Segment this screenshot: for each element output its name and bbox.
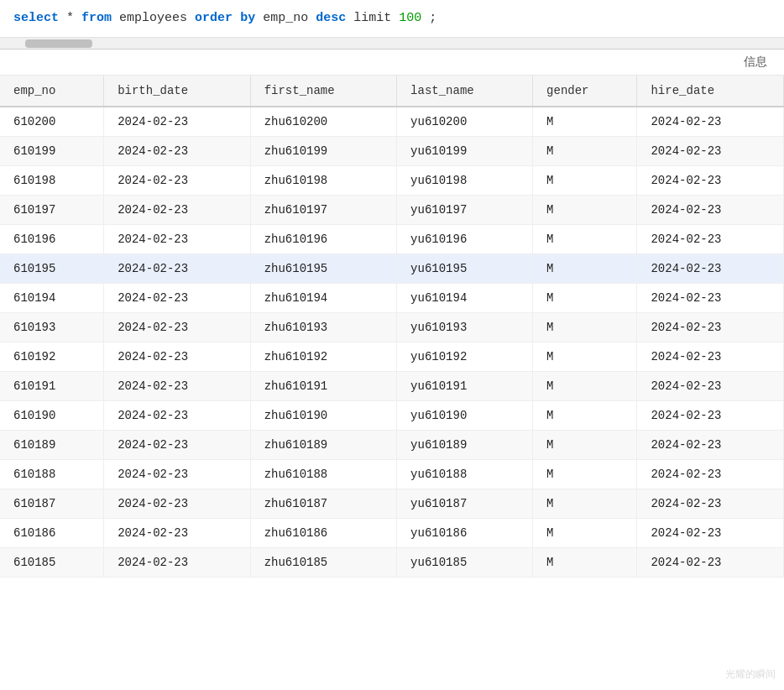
cell-hire_date: 2024-02-23 xyxy=(637,196,784,225)
table-row[interactable]: 6101942024-02-23zhu610194yu610194M2024-0… xyxy=(0,284,784,313)
cell-birth_date: 2024-02-23 xyxy=(104,166,250,196)
cell-hire_date: 2024-02-23 xyxy=(637,431,784,460)
table-row[interactable]: 6101872024-02-23zhu610187yu610187M2024-0… xyxy=(0,489,784,519)
cell-birth_date: 2024-02-23 xyxy=(104,460,250,489)
results-table-container[interactable]: emp_no birth_date first_name last_name g… xyxy=(0,76,784,578)
info-bar: 信息 xyxy=(0,50,784,76)
sql-by-keyword: by xyxy=(240,11,255,25)
cell-last_name: yu610196 xyxy=(397,225,533,254)
cell-hire_date: 2024-02-23 xyxy=(637,460,784,489)
cell-emp_no: 610189 xyxy=(0,431,104,460)
cell-first_name: zhu610187 xyxy=(250,489,396,519)
info-label: 信息 xyxy=(744,55,767,70)
cell-hire_date: 2024-02-23 xyxy=(637,137,784,166)
table-row[interactable]: 6101972024-02-23zhu610197yu610197M2024-0… xyxy=(0,196,784,225)
cell-last_name: yu610198 xyxy=(397,166,533,196)
cell-last_name: yu610197 xyxy=(397,196,533,225)
cell-emp_no: 610197 xyxy=(0,196,104,225)
table-row[interactable]: 6102002024-02-23zhu610200yu610200M2024-0… xyxy=(0,107,784,137)
table-row[interactable]: 6101932024-02-23zhu610193yu610193M2024-0… xyxy=(0,313,784,342)
table-row[interactable]: 6101962024-02-23zhu610196yu610196M2024-0… xyxy=(0,225,784,254)
sql-query-bar: select * from employees order by emp_no … xyxy=(0,0,784,38)
sql-semicolon: ; xyxy=(429,11,436,25)
table-row[interactable]: 6101912024-02-23zhu610191yu610191M2024-0… xyxy=(0,372,784,401)
cell-gender: M xyxy=(533,372,637,401)
table-row[interactable]: 6101982024-02-23zhu610198yu610198M2024-0… xyxy=(0,166,784,196)
cell-emp_no: 610200 xyxy=(0,107,104,137)
sql-limit-number: 100 xyxy=(399,11,421,25)
cell-gender: M xyxy=(533,107,637,137)
cell-gender: M xyxy=(533,489,637,519)
cell-first_name: zhu610188 xyxy=(250,460,396,489)
cell-birth_date: 2024-02-23 xyxy=(104,196,250,225)
cell-gender: M xyxy=(533,342,637,372)
cell-first_name: zhu610189 xyxy=(250,431,396,460)
cell-last_name: yu610199 xyxy=(397,137,533,166)
col-header-first-name[interactable]: first_name xyxy=(250,76,396,107)
cell-first_name: zhu610185 xyxy=(250,548,396,578)
cell-hire_date: 2024-02-23 xyxy=(637,401,784,431)
cell-first_name: zhu610194 xyxy=(250,284,396,313)
cell-emp_no: 610192 xyxy=(0,342,104,372)
table-row[interactable]: 6101952024-02-23zhu610195yu610195M2024-0… xyxy=(0,254,784,284)
cell-gender: M xyxy=(533,284,637,313)
cell-birth_date: 2024-02-23 xyxy=(104,313,250,342)
cell-first_name: zhu610199 xyxy=(250,137,396,166)
cell-first_name: zhu610186 xyxy=(250,519,396,548)
sql-column-name: emp_no xyxy=(263,11,316,25)
cell-last_name: yu610185 xyxy=(397,548,533,578)
cell-first_name: zhu610196 xyxy=(250,225,396,254)
cell-birth_date: 2024-02-23 xyxy=(104,225,250,254)
cell-gender: M xyxy=(533,196,637,225)
cell-emp_no: 610186 xyxy=(0,519,104,548)
cell-birth_date: 2024-02-23 xyxy=(104,401,250,431)
table-row[interactable]: 6101882024-02-23zhu610188yu610188M2024-0… xyxy=(0,460,784,489)
cell-last_name: yu610194 xyxy=(397,284,533,313)
cell-last_name: yu610188 xyxy=(397,460,533,489)
table-row[interactable]: 6101992024-02-23zhu610199yu610199M2024-0… xyxy=(0,137,784,166)
cell-emp_no: 610185 xyxy=(0,548,104,578)
cell-emp_no: 610195 xyxy=(0,254,104,284)
cell-last_name: yu610189 xyxy=(397,431,533,460)
table-row[interactable]: 6101862024-02-23zhu610186yu610186M2024-0… xyxy=(0,519,784,548)
table-row[interactable]: 6101902024-02-23zhu610190yu610190M2024-0… xyxy=(0,401,784,431)
sql-order-keyword: order xyxy=(195,11,233,25)
table-row[interactable]: 6101852024-02-23zhu610185yu610185M2024-0… xyxy=(0,548,784,578)
cell-last_name: yu610195 xyxy=(397,254,533,284)
col-header-hire-date[interactable]: hire_date xyxy=(637,76,784,107)
cell-birth_date: 2024-02-23 xyxy=(104,137,250,166)
cell-first_name: zhu610193 xyxy=(250,313,396,342)
cell-first_name: zhu610197 xyxy=(250,196,396,225)
results-table: emp_no birth_date first_name last_name g… xyxy=(0,76,784,578)
scrollbar-thumb[interactable] xyxy=(25,39,92,48)
col-header-birth-date[interactable]: birth_date xyxy=(104,76,250,107)
table-row[interactable]: 6101892024-02-23zhu610189yu610189M2024-0… xyxy=(0,431,784,460)
col-header-last-name[interactable]: last_name xyxy=(397,76,533,107)
cell-emp_no: 610188 xyxy=(0,460,104,489)
cell-hire_date: 2024-02-23 xyxy=(637,342,784,372)
cell-gender: M xyxy=(533,519,637,548)
cell-hire_date: 2024-02-23 xyxy=(637,372,784,401)
cell-hire_date: 2024-02-23 xyxy=(637,313,784,342)
horizontal-scrollbar[interactable] xyxy=(0,38,784,50)
col-header-emp-no[interactable]: emp_no xyxy=(0,76,104,107)
cell-gender: M xyxy=(533,225,637,254)
cell-gender: M xyxy=(533,401,637,431)
table-row[interactable]: 6101922024-02-23zhu610192yu610192M2024-0… xyxy=(0,342,784,372)
cell-emp_no: 610198 xyxy=(0,166,104,196)
cell-birth_date: 2024-02-23 xyxy=(104,519,250,548)
cell-emp_no: 610190 xyxy=(0,401,104,431)
cell-emp_no: 610196 xyxy=(0,225,104,254)
cell-last_name: yu610190 xyxy=(397,401,533,431)
cell-hire_date: 2024-02-23 xyxy=(637,225,784,254)
cell-last_name: yu610187 xyxy=(397,489,533,519)
cell-first_name: zhu610198 xyxy=(250,166,396,196)
col-header-gender[interactable]: gender xyxy=(533,76,637,107)
sql-table-name: employees xyxy=(119,11,195,25)
cell-birth_date: 2024-02-23 xyxy=(104,284,250,313)
cell-gender: M xyxy=(533,254,637,284)
cell-hire_date: 2024-02-23 xyxy=(637,489,784,519)
cell-emp_no: 610187 xyxy=(0,489,104,519)
cell-hire_date: 2024-02-23 xyxy=(637,284,784,313)
cell-birth_date: 2024-02-23 xyxy=(104,372,250,401)
